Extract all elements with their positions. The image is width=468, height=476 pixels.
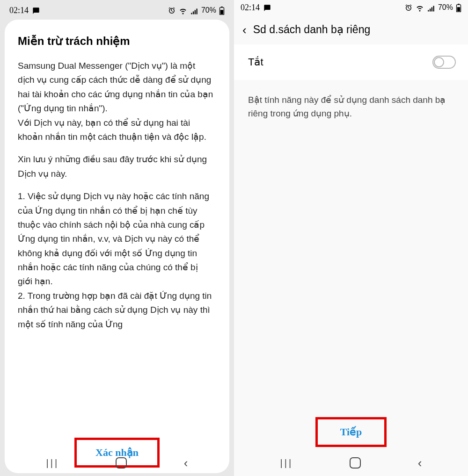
notification-icon bbox=[32, 6, 40, 15]
dialog-body[interactable]: Samsung Dual Messenger ("Dịch vụ") là mộ… bbox=[18, 59, 216, 430]
page-header: ‹ Sd d.sách danh bạ riêng bbox=[234, 15, 468, 41]
footer: Tiếp bbox=[234, 417, 468, 447]
phone-left-screen: 02:14 70% Miễn trừ trách nhiệm Samsung D… bbox=[0, 0, 234, 476]
status-bar: 02:14 70% bbox=[234, 0, 468, 15]
svg-rect-2 bbox=[220, 10, 223, 14]
status-right: 70% bbox=[404, 3, 461, 12]
signal-icon bbox=[427, 3, 435, 12]
battery-icon bbox=[219, 6, 225, 15]
toggle-knob bbox=[434, 57, 444, 67]
nav-home-icon[interactable] bbox=[116, 457, 127, 469]
battery-icon bbox=[456, 3, 461, 12]
svg-rect-4 bbox=[458, 4, 460, 5]
next-button[interactable]: Tiếp bbox=[318, 419, 385, 445]
highlight-box: Tiếp bbox=[315, 417, 387, 447]
signal-icon bbox=[190, 6, 198, 15]
dialog-title: Miễn trừ trách nhiệm bbox=[18, 35, 216, 48]
disclaimer-paragraph: 2. Trong trường hợp bạn đã cài đặt Ứng d… bbox=[18, 289, 213, 332]
svg-rect-1 bbox=[221, 7, 223, 7]
nav-recent-icon[interactable]: ||| bbox=[280, 458, 293, 469]
wifi-icon bbox=[179, 6, 187, 15]
battery-percent: 70% bbox=[201, 6, 216, 14]
disclaimer-paragraph: Samsung Dual Messenger ("Dịch vụ") là mộ… bbox=[18, 59, 213, 116]
disclaimer-paragraph: 1. Việc sử dụng Dịch vụ này hoặc các tín… bbox=[18, 189, 213, 289]
nav-recent-icon[interactable]: ||| bbox=[46, 458, 59, 469]
alarm-icon bbox=[168, 6, 176, 15]
status-left: 02:14 bbox=[9, 6, 40, 15]
disclaimer-paragraph: Xin lưu ý những điều sau đây trước khi s… bbox=[18, 152, 213, 181]
alarm-icon bbox=[404, 3, 413, 12]
setting-description: Bật tính năng này để sử dụng danh sách d… bbox=[234, 80, 468, 134]
notification-icon bbox=[263, 3, 271, 12]
toggle-label: Tắt bbox=[248, 56, 263, 68]
nav-back-icon[interactable]: ‹ bbox=[418, 456, 422, 470]
navigation-bar: ||| ‹ bbox=[234, 450, 468, 476]
status-left: 02:14 bbox=[241, 3, 271, 13]
phone-right-screen: 02:14 70% ‹ Sd d.sách danh bạ riêng Tắ bbox=[234, 0, 468, 476]
status-time: 02:14 bbox=[9, 6, 29, 15]
disclaimer-dialog: Miễn trừ trách nhiệm Samsung Dual Messen… bbox=[5, 20, 229, 473]
toggle-setting-row[interactable]: Tắt bbox=[234, 44, 468, 80]
nav-back-icon[interactable]: ‹ bbox=[184, 456, 188, 470]
toggle-switch[interactable] bbox=[432, 56, 456, 69]
battery-percent: 70% bbox=[438, 3, 453, 12]
status-right: 70% bbox=[168, 6, 225, 15]
status-time: 02:14 bbox=[241, 3, 260, 13]
nav-home-icon[interactable] bbox=[350, 457, 361, 469]
wifi-icon bbox=[416, 3, 424, 12]
status-bar: 02:14 70% bbox=[3, 3, 231, 18]
svg-rect-5 bbox=[457, 7, 460, 11]
back-button[interactable]: ‹ bbox=[242, 24, 247, 36]
navigation-bar: ||| ‹ bbox=[0, 450, 234, 476]
disclaimer-paragraph: Với Dịch vụ này, bạn có thể sử dụng hai … bbox=[18, 116, 213, 144]
page-title: Sd d.sách danh bạ riêng bbox=[253, 23, 371, 36]
